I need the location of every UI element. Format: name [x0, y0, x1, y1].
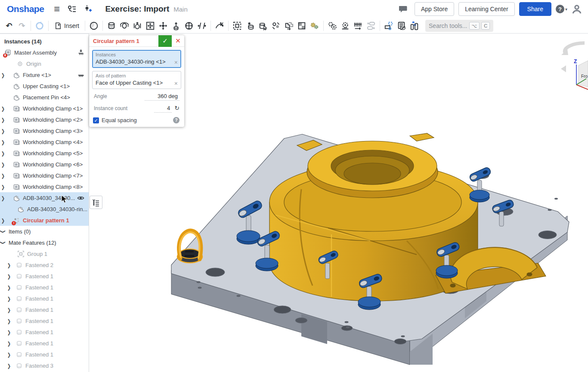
tree-item-circular-pattern-1[interactable]: ❯ ! Circular pattern 1	[0, 215, 89, 226]
chevron-right-icon[interactable]: ❯	[0, 184, 6, 189]
chevron-right-icon[interactable]: ❯	[0, 217, 6, 223]
tree-item-fastened[interactable]: ❯ Fastened 3	[0, 360, 89, 371]
tree-item-placement-pin[interactable]: Placement Pin <4>	[0, 92, 89, 103]
chevron-right-icon[interactable]: ❯	[0, 172, 6, 178]
parallel-mate-icon[interactable]	[195, 20, 208, 32]
snap-mode-icon[interactable]	[269, 20, 282, 32]
search-tools-input[interactable]: Search tools... ⌥ C	[425, 20, 493, 32]
learning-center-button[interactable]: Learning Center	[458, 2, 514, 16]
chevron-right-icon[interactable]: ❯	[6, 307, 12, 312]
undo-icon[interactable]: ↶	[3, 20, 15, 32]
chevron-right-icon[interactable]: ❯	[0, 128, 6, 133]
revolute-mate-icon[interactable]	[118, 20, 131, 32]
tree-item-fastened[interactable]: ❯ Fastened 2	[0, 259, 89, 271]
tree-item-workholding-clamp-6[interactable]: ❯ Workholding Clamp <6>	[0, 159, 89, 170]
rack-relation-icon[interactable]	[352, 20, 365, 32]
chevron-right-icon[interactable]: ❯	[6, 284, 12, 290]
instances-field[interactable]: Instances ADB-34030_34030-ring <1> ×	[92, 50, 181, 68]
exploded-view-icon[interactable]	[382, 20, 395, 32]
tree-item-fixture[interactable]: ❯ Fixture <1>	[0, 69, 89, 80]
motor-relation-icon[interactable]	[339, 20, 352, 32]
help-icon[interactable]: ?	[556, 5, 564, 13]
tree-item-workholding-clamp-7[interactable]: ❯ Workholding Clamp <7>	[0, 170, 89, 181]
chevron-right-icon[interactable]: ❯	[6, 273, 12, 279]
dialog-header[interactable]: Circular pattern 1 ✓ ✕	[89, 35, 184, 47]
tree-item-workholding-clamp-4[interactable]: ❯ Workholding Clamp <4>	[0, 136, 89, 148]
chevron-right-icon[interactable]: ❯	[6, 351, 12, 357]
tree-item-workholding-clamp-1[interactable]: ❯ Workholding Clamp <1>	[0, 103, 89, 114]
tree-item-upper-casting[interactable]: Upper Casting <1>	[0, 80, 89, 92]
tree-item-adb-34030-ring[interactable]: ADB-34030_34030-rin...	[0, 203, 89, 215]
chevron-right-icon[interactable]: ❯	[0, 161, 6, 167]
chevron-right-icon[interactable]: ❯	[6, 295, 12, 301]
tree-item-workholding-clamp-5[interactable]: ❯ Workholding Clamp <5>	[0, 148, 89, 159]
feature-list-toggle-button[interactable]	[90, 196, 102, 209]
equal-spacing-checkbox[interactable]: ✓	[93, 117, 99, 123]
chevron-right-icon[interactable]: ❯	[0, 105, 6, 111]
cancel-button[interactable]: ✕	[172, 35, 184, 47]
redo-icon[interactable]: ↷	[15, 20, 28, 32]
insert-button[interactable]: Insert	[51, 20, 83, 31]
tree-item-fastened[interactable]: ❯ Fastened 1	[0, 282, 89, 293]
clear-selection-icon[interactable]: ×	[174, 81, 178, 86]
instance-count-input[interactable]: 4	[154, 105, 172, 113]
planar-mate-icon[interactable]	[144, 20, 157, 32]
accept-button[interactable]: ✓	[158, 35, 172, 47]
app-store-button[interactable]: App Store	[415, 2, 454, 16]
tree-item-fastened[interactable]: ❯ Fastened 1	[0, 349, 89, 360]
create-version-icon[interactable]	[85, 5, 92, 13]
screw-relation-icon[interactable]	[365, 20, 378, 32]
tree-item-workholding-clamp-3[interactable]: ❯ Workholding Clamp <3>	[0, 125, 89, 136]
replicate-icon[interactable]	[282, 20, 295, 32]
visibility-eye-icon[interactable]	[77, 194, 84, 202]
chevron-right-icon[interactable]: ❯	[6, 318, 12, 323]
slider-mate-icon[interactable]	[131, 20, 144, 32]
pin-slot-mate-icon[interactable]	[183, 20, 195, 32]
user-avatar[interactable]	[572, 4, 582, 14]
tree-item-workholding-clamp-2[interactable]: ❯ Workholding Clamp <2>	[0, 114, 89, 125]
group-icon[interactable]	[231, 20, 244, 32]
edit-mates-icon[interactable]	[257, 20, 269, 32]
relations-icon[interactable]	[326, 20, 339, 32]
add-part-studio-icon[interactable]	[408, 20, 421, 32]
tree-item-group-1[interactable]: Group 1	[0, 248, 89, 259]
chevron-right-icon[interactable]: ❯	[0, 150, 6, 156]
chevron-right-icon[interactable]: ❯	[0, 195, 6, 200]
angle-input[interactable]: 360 deg	[145, 93, 179, 101]
chevron-right-icon[interactable]: ❯	[0, 139, 6, 144]
chevron-right-icon[interactable]: ❯	[6, 340, 12, 346]
chevron-down-icon[interactable]: ❯	[0, 228, 6, 234]
tree-item-fastened[interactable]: ❯ Fastened 1	[0, 271, 89, 282]
workspace-name[interactable]: Main	[173, 6, 188, 13]
tree-item-workholding-clamp-8[interactable]: ❯ Workholding Clamp <8>	[0, 181, 89, 192]
chevron-right-icon[interactable]: ❯	[0, 72, 6, 77]
tree-item-fastened[interactable]: ❯ Fastened 1	[0, 338, 89, 349]
sync-rotate-icon[interactable]	[33, 20, 46, 32]
chevron-down-icon[interactable]: ❯	[0, 240, 6, 246]
bom-hidden-icon[interactable]	[395, 20, 408, 32]
dialog-help-icon[interactable]: ?	[173, 117, 179, 123]
tree-item-fastened[interactable]: ❯ Fastened 1	[0, 304, 89, 315]
mate-features-section-header[interactable]: ❯ Mate Features (12)	[0, 237, 89, 248]
reverse-direction-icon[interactable]: ↻	[174, 105, 179, 111]
chevron-right-icon[interactable]: ❯	[0, 117, 6, 122]
tree-item-fastened[interactable]: ❯ Fastened 1	[0, 293, 89, 304]
versions-icon[interactable]	[68, 5, 77, 13]
share-button[interactable]: Share	[519, 2, 551, 16]
tree-item-fastened[interactable]: ❯ Fastened 1	[0, 315, 89, 326]
tree-item-fastened[interactable]: ❯ Fastened 1	[0, 326, 89, 338]
tangent-mate-icon[interactable]	[213, 20, 226, 32]
chevron-right-icon[interactable]: ❯	[6, 329, 12, 335]
fastened-mate-icon[interactable]	[105, 20, 118, 32]
clear-selection-icon[interactable]: ×	[174, 60, 178, 65]
tree-item-origin[interactable]: Origin	[0, 58, 89, 69]
items-section-header[interactable]: ❯ Items (0)	[0, 226, 89, 237]
help-menu[interactable]: ? ▾	[556, 5, 567, 13]
onshape-logo[interactable]: Onshape	[0, 4, 50, 14]
tree-item-master-assembly[interactable]: ⬇ Master Assembly	[0, 47, 89, 58]
ball-mate-icon[interactable]	[157, 20, 170, 32]
view-cube[interactable]: Fro Z	[561, 43, 588, 89]
cylindrical-mate-icon[interactable]	[170, 20, 183, 32]
comments-icon[interactable]	[399, 5, 408, 13]
named-positions-icon[interactable]	[87, 20, 100, 32]
